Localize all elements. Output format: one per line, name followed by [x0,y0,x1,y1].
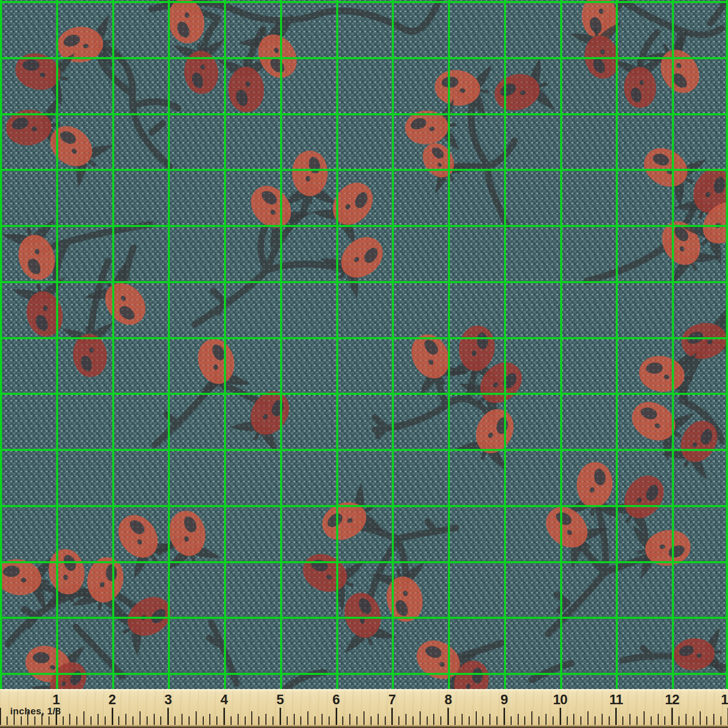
ruler-tick [245,716,246,725]
ruler-tick [300,716,301,725]
fabric-swatch-photo: inches, 1/8 12345678910111213 [0,0,728,728]
ruler-tick [560,708,561,725]
inch-ruler: inches, 1/8 12345678910111213 [0,689,728,728]
ruler-tick [518,714,519,725]
branch-stem [453,643,502,658]
ruler-tick [21,716,22,725]
ruler-tick [664,716,665,725]
ruler-tick [580,716,581,725]
ruler-tick [336,708,337,725]
rosehip-berry [672,627,725,680]
ruler-tick [686,714,687,725]
ruler-tick [433,714,434,725]
berry-branch-motif [532,627,727,680]
ruler-tick [378,714,379,725]
ruler-tick [622,716,623,725]
ruler-tick [363,711,365,725]
ruler-tick [700,711,701,725]
ruler-tick [287,716,288,725]
berry-branch-motif [293,483,456,653]
berry-branch-motif [4,15,178,188]
ruler-tick [413,716,414,725]
ruler-tick [713,714,714,725]
ruler-tick [615,708,617,725]
ruler-tick [447,708,449,725]
ruler-tick [511,716,512,725]
ruler-tick [462,714,463,725]
rosehip-berry [156,506,221,570]
ruler-number: 11 [609,692,623,708]
rosehip-berry [431,58,493,119]
ruler-tick [440,716,441,725]
ruler-tick [482,716,483,725]
ruler-number: 7 [388,692,395,708]
ruler-tick [294,714,295,725]
ruler-tick [342,716,343,725]
rosehip-berry [614,58,665,109]
ruler-tick [7,716,8,725]
berry-branch-motif [570,0,726,109]
berry-branch-motif [152,0,439,113]
ruler-tick [322,714,323,725]
ruler-tick [174,716,175,725]
ruler-tick [196,711,197,725]
ruler-tick [14,714,15,725]
rosehip-berry [603,463,679,538]
ruler-tick [651,716,652,725]
ruler-tick [476,711,477,725]
ruler-number: 9 [500,692,508,708]
ruler-tick [553,716,554,725]
berry-branch-motif [209,623,325,689]
ruler-tick [203,716,204,725]
ruler-tick [251,711,252,725]
ruler-tick [265,714,266,725]
ruler-tick [307,711,308,725]
ruler-tick [595,716,596,725]
ruler-tick [223,708,225,725]
ruler-tick [76,716,77,725]
ruler-tick [454,716,456,725]
rosehip-berry [488,58,555,124]
ruler-tick [658,714,659,725]
berry-branch-motif [405,625,502,689]
ruler-tick [538,716,539,725]
ruler-tick [147,716,148,725]
ruler-tick [629,714,630,725]
ruler-tick [231,716,232,725]
ruler-tick [531,711,532,725]
berry-branch-motif [375,322,536,472]
ruler-tick [609,716,610,725]
rosehip-berry [312,483,385,556]
ruler-tick [420,711,421,725]
ruler-tick [189,716,190,725]
ruler-number: 8 [444,692,451,708]
ruler-tick [181,714,183,725]
ruler-number: 13 [721,692,728,708]
berry-branch-motif [620,308,728,481]
berry-branch-motif [155,333,305,454]
ruler-tick [636,716,638,725]
ruler-tick [720,716,721,725]
rosehip-berry [0,547,55,610]
berry-pattern-layer [0,0,728,689]
ruler-tick [258,716,259,725]
ruler-tick [112,708,113,725]
ruler-tick [693,716,694,725]
berry-branch-motif [532,460,694,634]
ruler-number: 6 [333,692,340,708]
ruler-tick [0,708,1,725]
ruler-tick [27,711,28,725]
ruler-tick [167,708,169,725]
ruler-tick [678,716,679,725]
rosehip-berry [396,324,469,397]
branch-stem [209,623,325,689]
ruler-tick [49,716,50,725]
ruler-number: 3 [164,692,171,708]
ruler-tick [90,716,92,725]
berry-branch-motif [403,58,555,225]
ruler-tick [398,716,399,725]
rosehip-berry [283,151,337,205]
ruler-tick [524,716,525,725]
ruler-tick [504,708,505,725]
ruler-tick [496,716,497,725]
